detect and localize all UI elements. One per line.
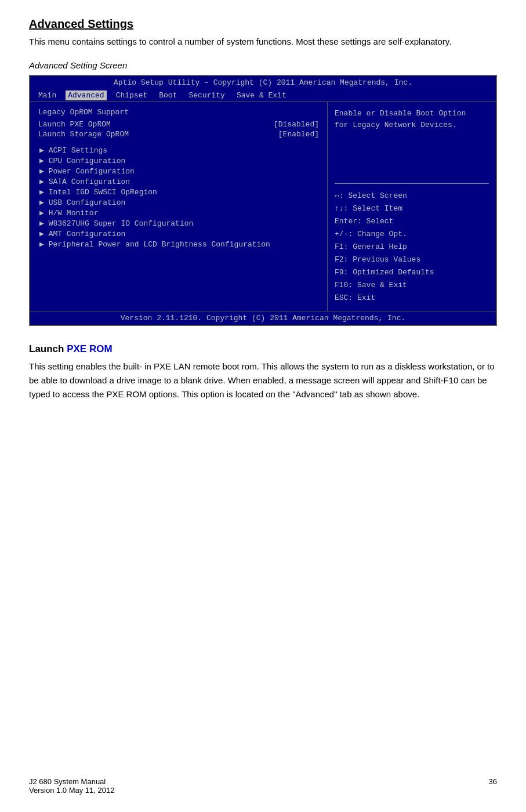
menu-item-security[interactable]: Security	[186, 90, 227, 100]
bios-footer: Version 2.11.1210. Copyright (C) 2011 Am…	[30, 311, 496, 325]
submenu-igd[interactable]: Intel IGD SWSCI OpRegion	[38, 187, 319, 197]
pxe-value: [Disabled]	[274, 120, 319, 129]
bios-section-header: Legacy OpROM Support	[38, 108, 319, 117]
storage-label: Launch Storage OpROM	[38, 130, 129, 139]
bios-menu-bar: Main Advanced Chipset Boot Security Save…	[30, 89, 496, 102]
key-f2: F2: Previous Values	[335, 253, 489, 266]
submenu-cpu[interactable]: CPU Configuration	[38, 156, 319, 165]
bios-key-legend: ↔: Select Screen ↑↓: Select Item Enter: …	[335, 190, 489, 305]
bios-right-panel: Enable or Disable Boot Optionfor Legacy …	[328, 102, 496, 311]
key-change-opt: +/-: Change Opt.	[335, 228, 489, 241]
submenu-sata[interactable]: SATA Configuration	[38, 177, 319, 186]
key-select-item: ↑↓: Select Item	[335, 202, 489, 215]
bios-help-text: Enable or Disable Boot Optionfor Legacy …	[335, 108, 489, 177]
bios-divider	[335, 183, 489, 184]
menu-item-advanced[interactable]: Advanced	[66, 90, 106, 100]
key-f9: F9: Optimized Defaults	[335, 266, 489, 279]
bios-row-storage: Launch Storage OpROM [Enabled]	[38, 130, 319, 139]
submenu-superio[interactable]: W83627UHG Super IO Configuration	[38, 219, 319, 228]
key-f10: F10: Save & Exit	[335, 279, 489, 292]
submenu-acpi[interactable]: ACPI Settings	[38, 146, 319, 155]
key-enter: Enter: Select	[335, 215, 489, 228]
submenu-hwmonitor[interactable]: H/W Monitor	[38, 208, 319, 217]
submenu-usb[interactable]: USB Configuration	[38, 198, 319, 207]
footer-version: Version 1.0 May 11, 2012	[29, 786, 114, 795]
submenu-power[interactable]: Power Configuration	[38, 166, 319, 176]
menu-item-chipset[interactable]: Chipset	[114, 90, 150, 100]
bios-screen: Aptio Setup Utility – Copyright (C) 2011…	[29, 75, 497, 326]
pxe-label: Launch PXE OpROM	[38, 120, 111, 129]
pxe-title-prefix: Launch	[29, 343, 67, 354]
footer-page-number: 36	[489, 777, 497, 795]
storage-value: [Enabled]	[278, 130, 319, 139]
intro-paragraph: This menu contains settings to control a…	[29, 35, 497, 49]
bios-title-bar: Aptio Setup Utility – Copyright (C) 2011…	[30, 76, 496, 89]
bios-left-panel: Legacy OpROM Support Launch PXE OpROM [D…	[30, 102, 328, 311]
page-footer: J2 680 System Manual Version 1.0 May 11,…	[29, 777, 497, 795]
key-esc: ESC: Exit	[335, 292, 489, 304]
bios-body: Legacy OpROM Support Launch PXE OpROM [D…	[30, 102, 496, 311]
menu-item-save-exit[interactable]: Save & Exit	[234, 90, 289, 100]
key-select-screen: ↔: Select Screen	[335, 190, 489, 202]
menu-item-boot[interactable]: Boot	[157, 90, 179, 100]
bios-row-pxe: Launch PXE OpROM [Disabled]	[38, 120, 319, 129]
submenu-peripheral[interactable]: Peripheral Power and LCD Brightness Conf…	[38, 240, 319, 249]
screen-caption: Advanced Setting Screen	[29, 60, 497, 70]
pxe-title-highlight: PXE ROM	[67, 343, 112, 354]
pxe-section-title: Launch PXE ROM	[29, 343, 497, 355]
submenu-amt[interactable]: AMT Configuration	[38, 229, 319, 238]
pxe-section-body: This setting enables the built- in PXE L…	[29, 360, 497, 401]
menu-item-main[interactable]: Main	[36, 90, 59, 100]
key-f1: F1: General Help	[335, 241, 489, 253]
footer-left: J2 680 System Manual Version 1.0 May 11,…	[29, 777, 114, 795]
footer-manual: J2 680 System Manual	[29, 777, 114, 786]
page-title: Advanced Settings	[29, 17, 497, 31]
